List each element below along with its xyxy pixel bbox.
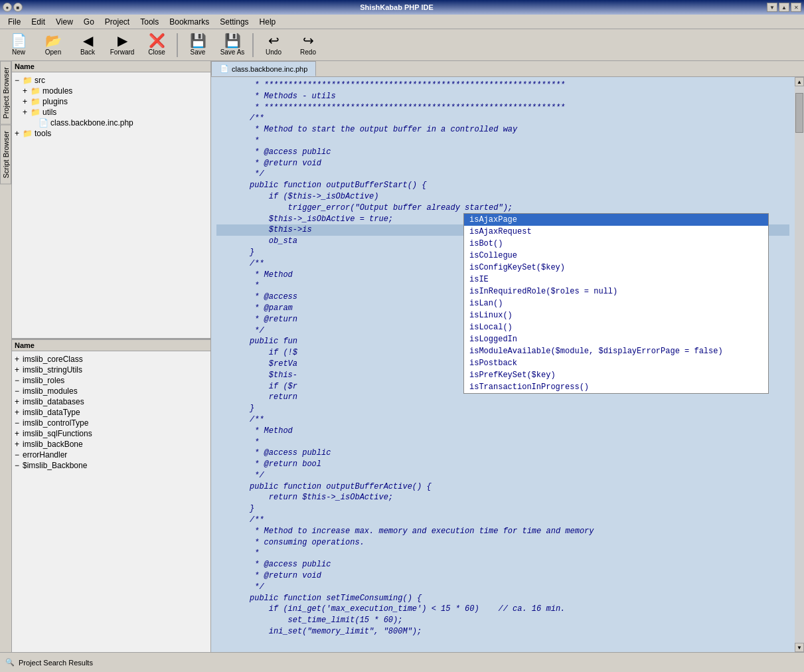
window-controls[interactable]: ▼ ▲ ✕ (767, 3, 801, 12)
script-tree-item[interactable]: − errorHandler (15, 450, 208, 460)
autocomplete-item[interactable]: isBot() (464, 238, 768, 250)
tree-expander[interactable]: − (15, 76, 23, 85)
script-tree-item[interactable]: + imslib_sqlFunctions (15, 428, 208, 439)
scroll-up-button[interactable]: ▲ (795, 77, 804, 86)
toolbar-btn-new[interactable]: 📄New (3, 31, 35, 60)
menu-item-project[interactable]: Project (100, 16, 135, 28)
project-tree-item[interactable]: +📁modules (23, 86, 208, 96)
tree-expander[interactable]: + (15, 365, 23, 375)
forward-icon: ▶ (118, 34, 127, 47)
line-marker (236, 403, 250, 414)
editor-tab-backbone[interactable]: 📄 class.backbone.inc.php (211, 61, 316, 76)
menu-item-file[interactable]: File (3, 16, 26, 28)
tree-expander[interactable]: + (23, 108, 31, 117)
script-tree-item[interactable]: + imslib_stringUtils (15, 365, 208, 375)
editor-scrollbar[interactable]: ▲ ▼ (795, 77, 804, 652)
tree-expander[interactable]: − (15, 418, 23, 428)
line-marker (236, 347, 250, 359)
toolbar-btn-save-as[interactable]: 💾Save As (216, 31, 248, 60)
tree-expander[interactable]: − (15, 461, 23, 470)
autocomplete-item[interactable]: isAjaxPage (464, 214, 768, 226)
line-number (216, 503, 236, 515)
maximize-button[interactable]: ▲ (779, 3, 789, 12)
autocomplete-item[interactable]: isAjaxRequest (464, 226, 768, 238)
script-tree-item[interactable]: − imslib_controlType (15, 418, 208, 428)
script-browser-tab[interactable]: Script Browser (0, 125, 11, 185)
close-button[interactable]: ✕ (791, 3, 801, 12)
line-number (216, 191, 236, 203)
code-line: if ($this->_isObActive) (216, 191, 789, 203)
project-tree-item[interactable]: 📄class.backbone.inc.php (31, 118, 208, 128)
autocomplete-item[interactable]: isIE (464, 274, 768, 286)
project-tree-item[interactable]: +📁tools (15, 128, 208, 139)
toolbar-btn-forward[interactable]: ▶Forward (106, 31, 138, 60)
menu-item-help[interactable]: Help (254, 16, 281, 28)
toolbar-btn-open[interactable]: 📂Open (37, 31, 69, 60)
tree-expander[interactable]: + (15, 440, 23, 449)
menu-item-go[interactable]: Go (78, 16, 100, 28)
menu-item-tools[interactable]: Tools (135, 16, 164, 28)
autocomplete-item[interactable]: isLocal() (464, 321, 768, 333)
menu-item-bookmarks[interactable]: Bookmarks (164, 16, 214, 28)
toolbar-btn-back[interactable]: ◀Back (72, 31, 104, 60)
autocomplete-item[interactable]: isPrefKeySet($key) (464, 369, 768, 381)
autocomplete-item[interactable]: isModuleAvailable($module, $displayError… (464, 345, 768, 357)
code-line: * Method (216, 426, 789, 437)
toolbar-btn-save[interactable]: 💾Save (182, 31, 214, 60)
script-item-label: imslib_databases (23, 397, 84, 406)
code-line: * @return bool (216, 459, 789, 470)
menu-item-settings[interactable]: Settings (214, 16, 254, 28)
menu-item-edit[interactable]: Edit (26, 16, 50, 28)
line-content: * Method (250, 426, 789, 437)
autocomplete-item[interactable]: isLan() (464, 297, 768, 309)
project-tree-item[interactable]: −📁src (15, 75, 208, 86)
script-tree-item[interactable]: − imslib_roles (15, 375, 208, 386)
line-content: * **************************************… (250, 102, 789, 114)
toolbar-btn-redo[interactable]: ↪Redo (292, 31, 324, 60)
toolbar-btn-close[interactable]: ❌Close (141, 31, 173, 60)
project-tree-item[interactable]: +📁plugins (23, 96, 208, 107)
title-bar: ● ■ ShishKabab PHP IDE ▼ ▲ ✕ (0, 0, 804, 15)
line-content: * consuming operations. (250, 537, 789, 548)
tree-expander[interactable]: − (15, 450, 23, 460)
script-tree-item[interactable]: − imslib_modules (15, 386, 208, 396)
autocomplete-item[interactable]: isPostback (464, 357, 768, 369)
tree-expander[interactable]: + (15, 355, 23, 364)
code-line: */ (216, 169, 789, 180)
tree-expander[interactable]: + (23, 86, 31, 96)
script-tree-item[interactable]: − $imslib_Backbone (15, 460, 208, 471)
autocomplete-item[interactable]: isLoggedIn (464, 333, 768, 345)
editor-content[interactable]: * **************************************… (211, 77, 795, 652)
autocomplete-item[interactable]: isInRequiredRole($roles = null) (464, 286, 768, 297)
tree-expander[interactable]: − (15, 386, 23, 396)
script-tree-item[interactable]: + imslib_dataType (15, 407, 208, 418)
tree-expander[interactable]: − (15, 376, 23, 385)
minimize-button[interactable]: ▼ (767, 3, 777, 12)
script-tree-item[interactable]: + imslib_coreClass (15, 354, 208, 365)
autocomplete-item[interactable]: isLinux() (464, 309, 768, 321)
project-tree-item[interactable]: +📁utils (23, 107, 208, 118)
autocomplete-dropdown[interactable]: isAjaxPageisAjaxRequestisBot()isCollegue… (463, 213, 769, 394)
tree-expander[interactable]: + (23, 97, 31, 106)
status-text: Project Search Results (19, 659, 93, 667)
line-content: public function outputBufferActive() { (250, 481, 789, 493)
line-content: * Method to start the output buffer in a… (250, 124, 789, 135)
scroll-thumb[interactable] (795, 93, 803, 133)
tree-expander[interactable]: + (15, 429, 23, 438)
script-tree-item[interactable]: + imslib_backBone (15, 439, 208, 450)
tree-expander[interactable]: + (15, 129, 23, 138)
script-tree-item[interactable]: + imslib_databases (15, 396, 208, 407)
autocomplete-item[interactable]: isCollegue (464, 250, 768, 262)
line-number (216, 80, 236, 91)
tree-expander[interactable]: + (15, 397, 23, 406)
project-browser-tab[interactable]: Project Browser (0, 61, 11, 125)
autocomplete-item[interactable]: isConfigKeySet($key) (464, 262, 768, 274)
line-content: * @access public (250, 559, 789, 570)
toolbar-btn-undo[interactable]: ↩Undo (258, 31, 289, 60)
line-marker (236, 559, 250, 570)
autocomplete-item[interactable]: isTransactionInProgress() (464, 381, 768, 393)
tree-expander[interactable]: + (15, 408, 23, 417)
line-number (216, 214, 236, 225)
menu-item-view[interactable]: View (50, 16, 78, 28)
scroll-down-button[interactable]: ▼ (795, 643, 804, 652)
